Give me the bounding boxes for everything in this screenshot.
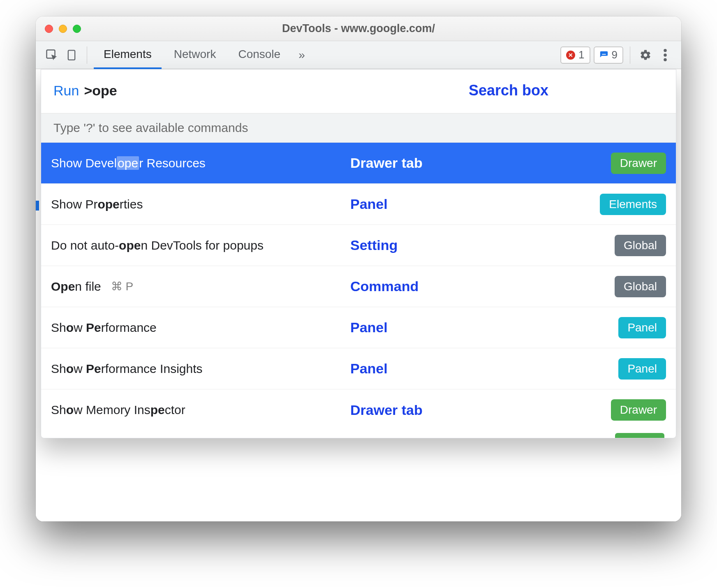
command-tag: Global <box>615 235 666 256</box>
command-search-row[interactable]: Run >ope Search box <box>41 69 676 113</box>
command-row[interactable]: Open file⌘ PCommandGlobal <box>41 266 676 307</box>
command-label: Show Performance Insights <box>51 362 203 376</box>
command-label: Do not auto-open DevTools for popups <box>51 238 264 252</box>
run-label: Run <box>53 83 79 99</box>
annotation-label: Panel <box>350 361 388 377</box>
command-label: Show Performance <box>51 321 157 335</box>
command-row[interactable]: Show Memory InspectorDrawer tabDrawer <box>41 389 676 431</box>
error-count: 1 <box>578 49 584 61</box>
feedback-icon <box>599 51 608 60</box>
command-hint: Type '?' to see available commands <box>41 113 676 143</box>
more-menu-kebab-icon[interactable] <box>657 46 674 64</box>
command-row[interactable]: Do not auto-open DevTools for popupsSett… <box>41 225 676 266</box>
annotation-label: Panel <box>350 196 388 212</box>
command-query: >ope <box>84 83 117 99</box>
command-row[interactable]: Show PropertiesPanelElements <box>41 184 676 225</box>
command-tag: Elements <box>600 194 666 215</box>
svg-point-2 <box>664 49 667 52</box>
command-tag: Drawer <box>611 153 666 174</box>
command-label: Open file⌘ P <box>51 280 133 294</box>
annotation-label: Drawer tab <box>350 402 423 418</box>
error-count-badge[interactable]: ✕ 1 <box>560 46 590 64</box>
annotation-label: Panel <box>350 319 388 336</box>
peek-tag <box>615 433 664 438</box>
separator <box>87 46 87 64</box>
command-tag: Global <box>615 276 666 297</box>
command-label: Show Memory Inspector <box>51 403 185 417</box>
device-toggle-icon[interactable] <box>63 46 80 64</box>
minimize-window-button[interactable] <box>59 25 67 33</box>
active-tab-indicator <box>36 201 39 211</box>
error-icon: ✕ <box>566 51 575 60</box>
info-count-badge[interactable]: 9 <box>594 46 623 64</box>
close-window-button[interactable] <box>45 25 53 33</box>
devtools-window: DevTools - www.google.com/ Elements Netw… <box>36 16 681 521</box>
command-tag: Drawer <box>611 399 666 421</box>
info-count: 9 <box>612 49 618 61</box>
traffic-lights <box>45 25 81 33</box>
settings-gear-icon[interactable] <box>637 46 654 64</box>
devtools-tabstrip: Elements Network Console » ✕ 1 9 <box>36 41 681 69</box>
annotation-label: Drawer tab <box>350 155 423 171</box>
more-tabs-chevron-icon[interactable]: » <box>293 49 311 62</box>
separator <box>630 46 630 64</box>
command-row[interactable]: Show Performance InsightsPanelPanel <box>41 348 676 389</box>
command-label: Show Properties <box>51 197 143 211</box>
command-list-peek <box>41 431 676 438</box>
svg-point-4 <box>664 58 667 61</box>
annotation-label: Command <box>350 278 419 294</box>
zoom-window-button[interactable] <box>73 25 81 33</box>
inspect-element-icon[interactable] <box>43 46 60 64</box>
command-menu: Run >ope Search box Type '?' to see avai… <box>41 69 676 438</box>
command-shortcut: ⌘ P <box>111 280 133 293</box>
tab-network[interactable]: Network <box>164 41 226 69</box>
window-title: DevTools - www.google.com/ <box>36 22 681 35</box>
command-row[interactable]: Show Developer ResourcesDrawer tabDrawer <box>41 143 676 184</box>
command-tag: Panel <box>618 317 666 338</box>
titlebar: DevTools - www.google.com/ <box>36 16 681 41</box>
svg-point-3 <box>664 53 667 57</box>
command-row[interactable]: Show PerformancePanelPanel <box>41 307 676 348</box>
annotation-label: Setting <box>350 237 398 253</box>
annotation-search-box: Search box <box>469 82 548 99</box>
devtools-body: Run >ope Search box Type '?' to see avai… <box>36 69 681 521</box>
svg-rect-1 <box>68 50 75 60</box>
command-list: Show Developer ResourcesDrawer tabDrawer… <box>41 143 676 431</box>
status-badges: ✕ 1 9 <box>560 46 623 64</box>
tab-console[interactable]: Console <box>228 41 290 69</box>
tab-elements[interactable]: Elements <box>94 41 162 69</box>
command-tag: Panel <box>618 358 666 380</box>
command-label: Show Developer Resources <box>51 156 206 170</box>
